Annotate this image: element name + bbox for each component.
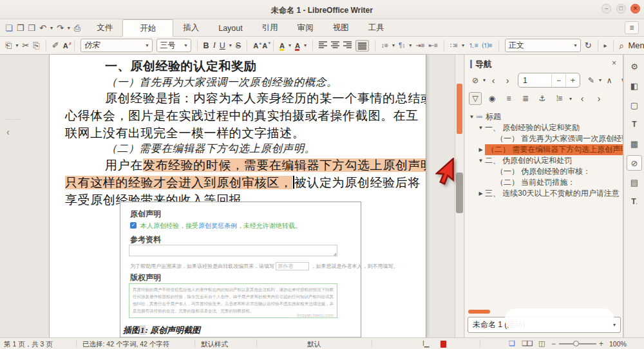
numbered-list-icon[interactable] (468, 42, 478, 49)
decrease-indent-icon[interactable] (429, 42, 438, 49)
new-document-icon[interactable] (5, 24, 13, 32)
tab-file[interactable]: 文件 (87, 19, 122, 36)
zoom-level-status[interactable]: 100% (609, 340, 627, 348)
minimize-button[interactable]: – (601, 4, 611, 14)
chevron-down-icon[interactable]: ▾ (146, 42, 149, 48)
bullet-list-dropdown-icon[interactable]: ▾ (462, 42, 464, 48)
gallery-deck-icon[interactable] (627, 136, 642, 151)
page-style-status[interactable]: 默认样式 (201, 340, 228, 349)
font-color-icon[interactable]: A (295, 42, 300, 50)
header-footer-eye-icon[interactable]: ◉ (486, 92, 498, 105)
tree-item-headings-root[interactable]: ▼ 标题 (468, 111, 623, 122)
tab-tools[interactable]: 工具 (359, 19, 394, 36)
tab-references[interactable]: 引用 (252, 19, 288, 36)
tab-view[interactable]: 视图 (323, 19, 359, 36)
doc-paragraph[interactable]: （二）需要在编辑器下方勾选上原创声明。 (106, 142, 316, 156)
line-spacing-dropdown-icon[interactable]: ▾ (392, 42, 395, 48)
sidebar-settings-icon[interactable] (627, 59, 642, 74)
navigate-by-dropdown-icon[interactable]: ▾ (483, 77, 486, 83)
move-up-icon[interactable]: ∧ (603, 74, 616, 87)
doc-paragraph[interactable]: 联网上没有出现完全一模一样的文字描述。 (65, 125, 305, 142)
zoom-slider-knob[interactable] (573, 341, 579, 346)
selection-status[interactable]: 已选择: 42 个字词, 42 个字符 (82, 340, 169, 349)
grow-font-icon[interactable]: A▲ (253, 42, 258, 50)
previous-icon[interactable]: ‹ (487, 74, 500, 87)
maximize-button[interactable]: □ (616, 4, 626, 14)
content-view-icon[interactable]: ≡ (502, 92, 515, 105)
search-icon[interactable] (620, 41, 625, 50)
page-deck-icon[interactable] (627, 97, 642, 113)
page-minus-icon[interactable]: − (551, 74, 565, 87)
doc-paragraph[interactable]: （一）首先再为大家强调一次原创经验的概念。 (106, 75, 337, 90)
doc-paragraph[interactable]: 只有这样的经验才会进入到原创审核区，被认定为原创经验后将 (65, 174, 421, 191)
chevron-down-icon[interactable]: ▾ (574, 42, 577, 48)
demote-level-icon[interactable]: › (592, 92, 605, 105)
strikethrough-button[interactable]: S (236, 41, 241, 50)
tree-item-heading1-1[interactable]: （一） 首先再为大家强调一次原创经验的概念。 (468, 133, 623, 144)
scrollbar-thumb[interactable] (456, 173, 463, 213)
toolbar-overflow-icon[interactable]: ▸ (604, 42, 607, 49)
menu-button[interactable]: Menu (628, 41, 644, 50)
tab-layout[interactable]: Layout (209, 19, 252, 36)
accessibility-check-deck-icon[interactable]: T. (627, 194, 642, 209)
tree-item-heading2[interactable]: ▼ 二、 伪原创的认定和处罚 (468, 155, 623, 166)
doc-paragraph[interactable]: 用户在发布经验的时候，需要在编辑器下方勾选上原创声明， (105, 157, 426, 174)
shrink-font-icon[interactable]: A▼ (262, 42, 267, 50)
collapse-panel-icon[interactable]: ‹ (6, 127, 10, 137)
undo-icon[interactable] (39, 24, 46, 32)
menubar-toggle-icon[interactable]: ≡ (625, 21, 639, 34)
vertical-scrollbar[interactable] (455, 55, 464, 337)
tree-item-heading1-2-selected[interactable]: ▶ （二） 需要在编辑器下方勾选上原创声明。 (468, 144, 623, 155)
sidebar-grip-icon[interactable]: ········ (5, 117, 22, 122)
redo-icon[interactable] (57, 24, 64, 32)
tab-home[interactable]: 开始 (122, 19, 173, 37)
styles-deck-icon[interactable]: T (627, 117, 642, 132)
promote-level-icon[interactable]: ‹ (576, 92, 589, 105)
book-view-icon[interactable] (538, 340, 545, 347)
doc-paragraph[interactable]: 心得体会，图片是在实践过程中的真实拍摄或者操作截图。在互 (65, 108, 419, 124)
clone-formatting-icon[interactable] (52, 41, 59, 50)
zoom-in-icon[interactable]: + (599, 339, 603, 348)
tree-item-heading3[interactable]: ▶ 三、 连续30天以上不贡献的用户请注意 (468, 188, 623, 199)
underline-button[interactable]: U (220, 41, 225, 50)
page-plus-icon[interactable]: + (565, 74, 580, 87)
set-reminder-anchor-icon[interactable]: ⚓ (536, 92, 549, 105)
update-style-icon[interactable] (585, 41, 592, 50)
line-spacing-icon[interactable] (381, 42, 388, 49)
tree-item-heading1[interactable]: ▼ 一、 原创经验的认定和奖励 (468, 122, 623, 133)
single-page-view-icon[interactable] (509, 340, 515, 347)
highlight-color-icon[interactable]: A (279, 42, 285, 50)
paste-dropdown-icon[interactable]: ▾ (15, 42, 18, 48)
zoom-out-icon[interactable]: − (551, 339, 556, 348)
italic-button[interactable]: I (213, 41, 216, 50)
close-button[interactable]: ✕ (630, 4, 640, 14)
heading-levels-dropdown-icon[interactable]: ▾ (569, 96, 572, 102)
doc-heading-1[interactable]: 一、原创经验的认定和奖励 (105, 58, 256, 75)
paragraph-spacing-icon[interactable] (399, 42, 405, 49)
document-page[interactable]: 一、原创经验的认定和奖励 （一）首先再为大家强调一次原创经验的概念。 原创经验是… (49, 55, 426, 337)
edit-pencil-icon[interactable]: ✎ (585, 74, 598, 87)
navigator-deck-icon[interactable] (627, 155, 642, 171)
multi-page-view-icon[interactable] (522, 340, 532, 347)
chevron-down-icon[interactable]: ▾ (185, 42, 187, 48)
embedded-image-frame[interactable]: 原创声明 ✓ 本人原创经验，接受原创奖惩条例，未经允许谢绝转载。 参考资料 ◢ … (120, 202, 361, 337)
filter-funnel-icon[interactable]: ▽ (469, 92, 482, 105)
page-number-spinbox[interactable]: 1 − + (518, 73, 580, 88)
tab-review[interactable]: 审阅 (288, 19, 323, 36)
highlight-dropdown-icon[interactable]: ▾ (289, 42, 291, 48)
insert-mode-icon[interactable]: I▁ (422, 340, 429, 347)
bullet-list-icon[interactable] (450, 42, 458, 49)
outline-list-icon[interactable] (482, 42, 493, 49)
edit-dropdown-icon[interactable]: ▾ (599, 77, 601, 83)
paragraph-spacing-dropdown-icon[interactable]: ▾ (409, 42, 412, 48)
tree-item-heading2-1[interactable]: （一） 伪原创经验的审核： (468, 166, 623, 177)
redo-dropdown-icon[interactable]: ▾ (68, 25, 70, 31)
open-file-icon[interactable] (17, 24, 24, 32)
bold-button[interactable]: B (204, 41, 209, 50)
align-left-icon[interactable] (319, 41, 327, 50)
clear-formatting-icon[interactable]: A✗ (63, 42, 68, 50)
underline-dropdown-icon[interactable]: ▾ (229, 42, 232, 48)
justify-icon[interactable] (355, 40, 369, 52)
increase-indent-icon[interactable] (415, 42, 424, 49)
tab-insert[interactable]: 插入 (173, 19, 209, 36)
